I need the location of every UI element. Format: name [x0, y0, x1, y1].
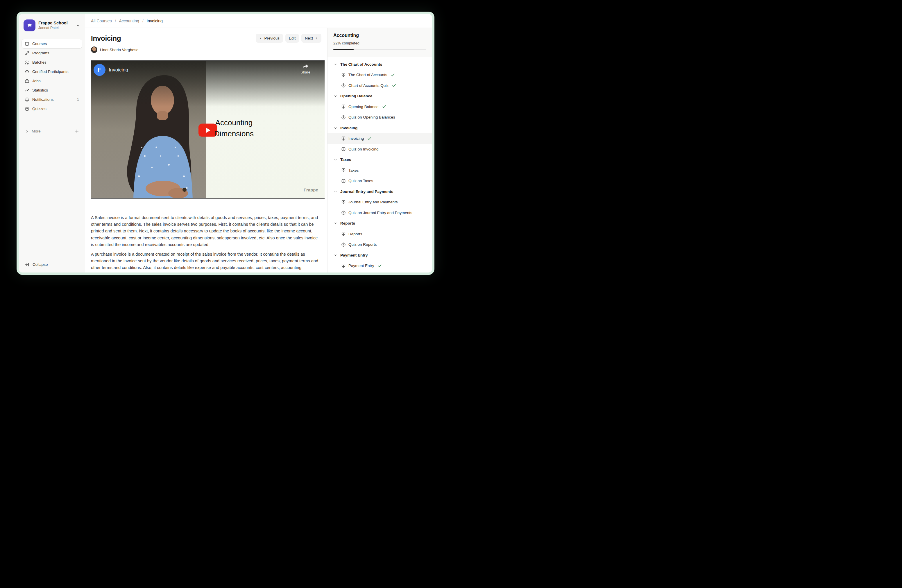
- chapter-row[interactable]: Reports: [327, 218, 432, 229]
- lesson-row[interactable]: Invoicing: [327, 133, 432, 144]
- help-circle-icon: [341, 210, 346, 215]
- lesson-row[interactable]: Opening Balance: [327, 102, 432, 112]
- breadcrumb-course[interactable]: Accounting: [119, 19, 139, 23]
- progress-bar: [333, 49, 426, 50]
- course-panel: Accounting 22% completed The Chart of Ac…: [327, 28, 432, 272]
- chevron-down-icon: [334, 190, 337, 193]
- lesson-title: Chart of Accounts Quiz: [348, 83, 388, 88]
- chapter-title: Taxes: [340, 158, 351, 162]
- chapter-row[interactable]: Opening Balance: [327, 91, 432, 102]
- sidebar-item-notifications[interactable]: Notifications 1: [22, 95, 82, 104]
- check-icon: [378, 264, 382, 268]
- bell-icon: [25, 97, 29, 102]
- sidebar-item-label: Programs: [32, 51, 49, 55]
- sidebar-item-courses[interactable]: Courses: [22, 39, 82, 48]
- chapter-row[interactable]: Taxes: [327, 155, 432, 165]
- lesson-row[interactable]: Journal Entry and Payments: [327, 197, 432, 208]
- quiz-row[interactable]: Chart of Accounts Quiz: [327, 80, 432, 91]
- quiz-row[interactable]: Quiz on Reports: [327, 239, 432, 250]
- lesson-title: Quiz on Invoicing: [348, 147, 379, 152]
- add-sidebar-item-button[interactable]: [75, 129, 79, 133]
- sidebar-item-label: Notifications: [32, 97, 54, 102]
- sidebar-item-batches[interactable]: Batches: [22, 58, 82, 67]
- page-title: Invoicing: [91, 34, 121, 42]
- chapter-row[interactable]: The Chart of Accounts: [327, 59, 432, 70]
- breadcrumb-current: Invoicing: [146, 19, 163, 23]
- book-open-icon: [25, 42, 29, 46]
- lesson-title: Opening Balance: [348, 105, 379, 109]
- sidebar-item-jobs[interactable]: Jobs: [22, 77, 82, 85]
- sidebar-item-label: Jobs: [32, 79, 41, 83]
- lesson-title: Quiz on Opening Balances: [348, 115, 395, 119]
- lesson-paragraph: A purchase invoice is a document created…: [91, 251, 318, 272]
- quiz-row[interactable]: Quiz on Opening Balances: [327, 112, 432, 123]
- collapse-sidebar-button[interactable]: Collapse: [22, 260, 51, 269]
- chapter-row[interactable]: Payment Entry: [327, 250, 432, 261]
- lesson-row[interactable]: The Chart of Accounts: [327, 70, 432, 80]
- chapter-title: The Chart of Accounts: [340, 62, 382, 67]
- chevron-left-icon: [259, 37, 262, 40]
- breadcrumb-all-courses[interactable]: All Courses: [91, 19, 112, 23]
- monitor-play-icon: [341, 73, 346, 77]
- help-circle-icon: [341, 115, 346, 120]
- help-circle-icon: [341, 83, 346, 88]
- quiz-row[interactable]: Quiz on Invoicing: [327, 144, 432, 155]
- chevron-right-icon: [315, 37, 318, 40]
- lesson-row[interactable]: Reports: [327, 228, 432, 239]
- lesson-title: Quiz on Journal Entry and Payments: [348, 211, 412, 215]
- edit-button[interactable]: Edit: [285, 34, 299, 43]
- author-name: Linet Sherin Varghese: [100, 48, 139, 52]
- chapter-title: Payment Entry: [340, 253, 368, 257]
- share-arrow-icon: [302, 63, 309, 69]
- frappe-school-logo: [23, 19, 36, 31]
- sidebar-item-statistics[interactable]: Statistics: [22, 86, 82, 95]
- sidebar-item-label: Quizzes: [32, 106, 47, 111]
- breadcrumb-separator: /: [115, 19, 116, 23]
- chevron-down-icon: [334, 127, 337, 130]
- share-label: Share: [296, 70, 315, 74]
- author-row: Linet Sherin Varghese: [91, 47, 325, 53]
- channel-avatar[interactable]: F: [94, 64, 105, 76]
- workspace-title: Frappe School: [38, 20, 68, 25]
- sidebar-item-quizzes[interactable]: Quizzes: [22, 104, 82, 113]
- lesson-row[interactable]: Taxes: [327, 165, 432, 176]
- frappe-watermark: Frappe: [304, 188, 318, 192]
- check-icon: [391, 73, 395, 77]
- chevron-down-icon: [334, 222, 337, 225]
- chapter-row[interactable]: Invoicing: [327, 123, 432, 133]
- help-circle-icon: [25, 106, 29, 111]
- workspace-user: Jannat Patel: [38, 26, 68, 31]
- collapse-label: Collapse: [33, 262, 48, 267]
- previous-button[interactable]: Previous: [256, 34, 283, 43]
- sidebar-item-label: Courses: [32, 42, 47, 46]
- course-outline: The Chart of AccountsThe Chart of Accoun…: [327, 57, 432, 272]
- chevron-down-icon: [76, 23, 80, 28]
- more-label: More: [32, 129, 41, 133]
- lesson-content: Invoicing Previous Edit Next: [85, 28, 327, 272]
- monitor-play-icon: [341, 200, 346, 205]
- monitor-play-icon: [341, 231, 346, 236]
- sidebar-item-programs[interactable]: Programs: [22, 48, 82, 58]
- lesson-title: Reports: [348, 232, 362, 236]
- next-button[interactable]: Next: [301, 34, 321, 43]
- collapse-left-icon: [25, 262, 29, 267]
- notifications-count-badge: 1: [77, 97, 79, 102]
- lesson-row[interactable]: Payment Entry: [327, 261, 432, 271]
- check-icon: [392, 83, 396, 88]
- lesson-title: Taxes: [348, 168, 359, 172]
- quiz-row[interactable]: Quiz on Journal Entry and Payments: [327, 207, 432, 218]
- graduation-cap-icon: [25, 69, 29, 74]
- lesson-title: Quiz on Taxes: [348, 179, 373, 183]
- sidebar-more[interactable]: More: [19, 127, 85, 136]
- monitor-play-icon: [341, 263, 346, 268]
- quiz-row[interactable]: Quiz on Taxes: [327, 176, 432, 186]
- sidebar-item-certified-participants[interactable]: Certified Participants: [22, 67, 82, 76]
- sidebar-item-label: Batches: [32, 60, 47, 64]
- course-title: Accounting: [333, 33, 426, 38]
- video-player[interactable]: F Invoicing Share Accounting Dimensions …: [91, 60, 324, 199]
- share-button[interactable]: Share: [296, 63, 315, 74]
- chapter-row[interactable]: Journal Entry and Payments: [327, 186, 432, 197]
- video-title-overlay[interactable]: Invoicing: [109, 67, 128, 73]
- progress-label: 22% completed: [333, 41, 426, 45]
- workspace-switcher[interactable]: Frappe School Jannat Patel: [22, 18, 82, 33]
